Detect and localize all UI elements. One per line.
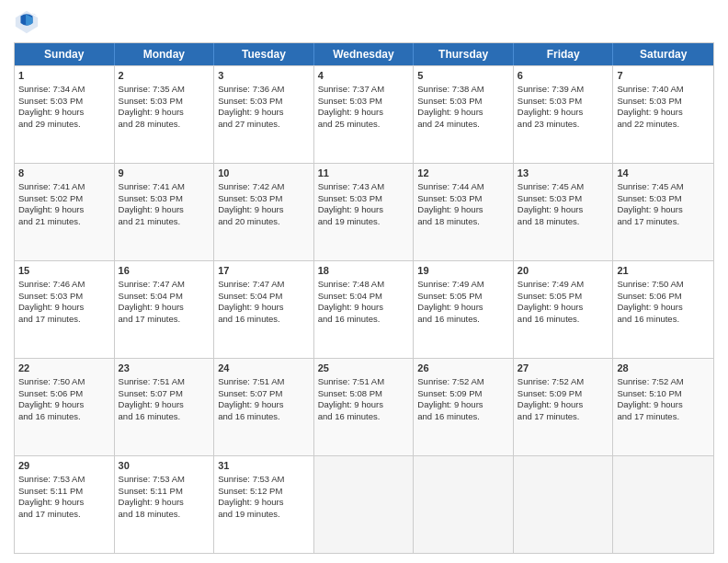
day-info-line: Daylight: 9 hours — [518, 399, 583, 409]
day-number: 26 — [417, 362, 509, 375]
day-info-line: and 16 minutes. — [218, 314, 280, 324]
day-info-line: Sunrise: 7:46 AM — [18, 279, 85, 289]
day-info-line: and 19 minutes. — [218, 509, 280, 519]
day-info-line: Sunset: 5:03 PM — [318, 96, 382, 106]
calendar-cell-empty — [514, 456, 614, 553]
calendar-cell-day-16: 16Sunrise: 7:47 AMSunset: 5:04 PMDayligh… — [115, 261, 215, 358]
day-info-line: Daylight: 9 hours — [18, 107, 84, 117]
calendar-cell-day-25: 25Sunrise: 7:51 AMSunset: 5:08 PMDayligh… — [314, 359, 415, 455]
day-info-line: Sunrise: 7:39 AM — [518, 84, 584, 94]
day-info-line: and 16 minutes. — [318, 314, 381, 324]
day-info-line: Sunset: 5:11 PM — [119, 486, 183, 496]
day-info-line: Sunrise: 7:53 AM — [18, 474, 85, 484]
day-info-line: Sunset: 5:05 PM — [518, 291, 582, 301]
calendar-cell-day-29: 29Sunrise: 7:53 AMSunset: 5:11 PMDayligh… — [15, 456, 115, 553]
day-info-line: and 24 minutes. — [417, 119, 480, 129]
calendar-cell-day-10: 10Sunrise: 7:42 AMSunset: 5:03 PMDayligh… — [214, 164, 314, 260]
day-info-line: and 21 minutes. — [18, 216, 81, 226]
day-info-line: Daylight: 9 hours — [417, 302, 483, 312]
day-info-line: Daylight: 9 hours — [617, 204, 682, 214]
day-number: 6 — [518, 69, 609, 83]
calendar-header-row: SundayMondayTuesdayWednesdayThursdayFrid… — [15, 43, 713, 65]
day-number: 31 — [218, 459, 310, 473]
calendar-cell-day-8: 8Sunrise: 7:41 AMSunset: 5:02 PMDaylight… — [15, 164, 115, 260]
day-info-line: Sunrise: 7:50 AM — [18, 376, 85, 386]
day-number: 11 — [318, 167, 410, 180]
day-number: 28 — [617, 362, 710, 375]
calendar-body: 1Sunrise: 7:34 AMSunset: 5:03 PMDaylight… — [15, 65, 713, 553]
day-info-line: and 16 minutes. — [218, 411, 280, 421]
calendar-header-friday: Friday — [514, 43, 614, 65]
day-info-line: Sunset: 5:03 PM — [518, 193, 582, 203]
calendar-cell-day-11: 11Sunrise: 7:43 AMSunset: 5:03 PMDayligh… — [314, 164, 415, 260]
calendar-cell-day-28: 28Sunrise: 7:52 AMSunset: 5:10 PMDayligh… — [613, 359, 713, 455]
day-number: 24 — [218, 362, 310, 375]
calendar-cell-day-31: 31Sunrise: 7:53 AMSunset: 5:12 PMDayligh… — [214, 456, 314, 553]
day-number: 10 — [218, 167, 310, 180]
calendar-cell-day-3: 3Sunrise: 7:36 AMSunset: 5:03 PMDaylight… — [214, 66, 314, 163]
day-info-line: Sunrise: 7:40 AM — [617, 84, 683, 94]
day-info-line: and 25 minutes. — [318, 119, 381, 129]
day-info-line: Daylight: 9 hours — [119, 204, 184, 214]
day-info-line: Sunset: 5:09 PM — [518, 388, 582, 398]
day-info-line: Sunset: 5:03 PM — [318, 193, 382, 203]
calendar-cell-day-14: 14Sunrise: 7:45 AMSunset: 5:03 PMDayligh… — [613, 164, 713, 260]
day-info-line: Daylight: 9 hours — [218, 107, 283, 117]
day-number: 1 — [18, 69, 110, 83]
day-info-line: and 22 minutes. — [617, 119, 679, 129]
day-info-line: Sunrise: 7:37 AM — [318, 84, 384, 94]
day-info-line: Sunset: 5:03 PM — [518, 96, 582, 106]
day-info-line: Sunset: 5:05 PM — [417, 291, 482, 301]
day-info-line: Sunset: 5:03 PM — [218, 96, 282, 106]
day-number: 2 — [119, 69, 210, 83]
day-info-line: Sunset: 5:06 PM — [617, 291, 681, 301]
day-info-line: and 21 minutes. — [119, 216, 181, 226]
day-info-line: Daylight: 9 hours — [518, 302, 583, 312]
day-number: 5 — [417, 69, 509, 83]
day-number: 19 — [417, 264, 509, 278]
calendar: SundayMondayTuesdayWednesdayThursdayFrid… — [14, 42, 714, 554]
day-info-line: Sunrise: 7:35 AM — [119, 84, 185, 94]
day-info-line: and 16 minutes. — [518, 314, 580, 324]
calendar-header-wednesday: Wednesday — [314, 43, 415, 65]
day-info-line: Daylight: 9 hours — [18, 497, 84, 507]
day-number: 29 — [18, 459, 110, 473]
logo-icon — [14, 9, 40, 35]
day-info-line: Sunset: 5:08 PM — [318, 388, 382, 398]
day-info-line: Sunrise: 7:53 AM — [119, 474, 185, 484]
calendar-cell-empty — [314, 456, 415, 553]
day-info-line: Daylight: 9 hours — [617, 302, 682, 312]
day-info-line: Sunrise: 7:51 AM — [218, 376, 284, 386]
day-info-line: and 17 minutes. — [617, 216, 679, 226]
day-info-line: Daylight: 9 hours — [18, 302, 84, 312]
day-info-line: Sunset: 5:09 PM — [417, 388, 482, 398]
day-number: 13 — [518, 167, 609, 180]
day-info-line: Sunset: 5:04 PM — [318, 291, 382, 301]
day-number: 4 — [318, 69, 410, 83]
day-info-line: Daylight: 9 hours — [318, 107, 383, 117]
day-number: 25 — [318, 362, 410, 375]
day-info-line: and 17 minutes. — [18, 314, 81, 324]
day-info-line: and 18 minutes. — [119, 509, 181, 519]
calendar-week-3: 15Sunrise: 7:46 AMSunset: 5:03 PMDayligh… — [15, 260, 713, 358]
day-number: 15 — [18, 264, 110, 278]
calendar-cell-day-7: 7Sunrise: 7:40 AMSunset: 5:03 PMDaylight… — [613, 66, 713, 163]
day-info-line: and 28 minutes. — [119, 119, 181, 129]
day-info-line: Daylight: 9 hours — [218, 497, 283, 507]
day-info-line: Sunset: 5:04 PM — [218, 291, 282, 301]
day-info-line: Sunset: 5:03 PM — [617, 193, 681, 203]
day-info-line: Daylight: 9 hours — [119, 399, 184, 409]
day-info-line: Sunrise: 7:49 AM — [518, 279, 584, 289]
day-info-line: Sunset: 5:03 PM — [417, 96, 482, 106]
day-info-line: Daylight: 9 hours — [119, 302, 184, 312]
day-info-line: and 27 minutes. — [218, 119, 280, 129]
calendar-cell-day-12: 12Sunrise: 7:44 AMSunset: 5:03 PMDayligh… — [414, 164, 514, 260]
day-info-line: Sunset: 5:07 PM — [119, 388, 183, 398]
calendar-week-5: 29Sunrise: 7:53 AMSunset: 5:11 PMDayligh… — [15, 455, 713, 553]
day-info-line: Daylight: 9 hours — [417, 204, 483, 214]
calendar-cell-day-2: 2Sunrise: 7:35 AMSunset: 5:03 PMDaylight… — [115, 66, 215, 163]
day-info-line: and 16 minutes. — [617, 314, 679, 324]
calendar-cell-day-17: 17Sunrise: 7:47 AMSunset: 5:04 PMDayligh… — [214, 261, 314, 358]
day-info-line: Daylight: 9 hours — [119, 107, 184, 117]
day-info-line: Sunset: 5:03 PM — [119, 96, 183, 106]
